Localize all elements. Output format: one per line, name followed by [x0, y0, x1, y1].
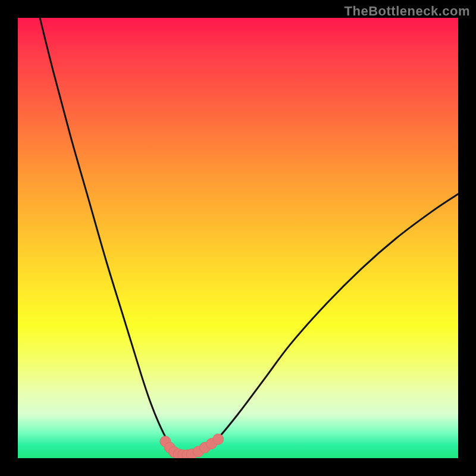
- outer-frame: TheBottleneck.com: [0, 0, 476, 476]
- plot-area: [18, 18, 458, 458]
- chart-svg: [18, 18, 458, 458]
- sweet-spot-markers: [160, 434, 224, 458]
- watermark-text: TheBottleneck.com: [345, 4, 470, 19]
- sweet-spot-point: [213, 434, 224, 444]
- bottleneck-curve: [40, 18, 458, 456]
